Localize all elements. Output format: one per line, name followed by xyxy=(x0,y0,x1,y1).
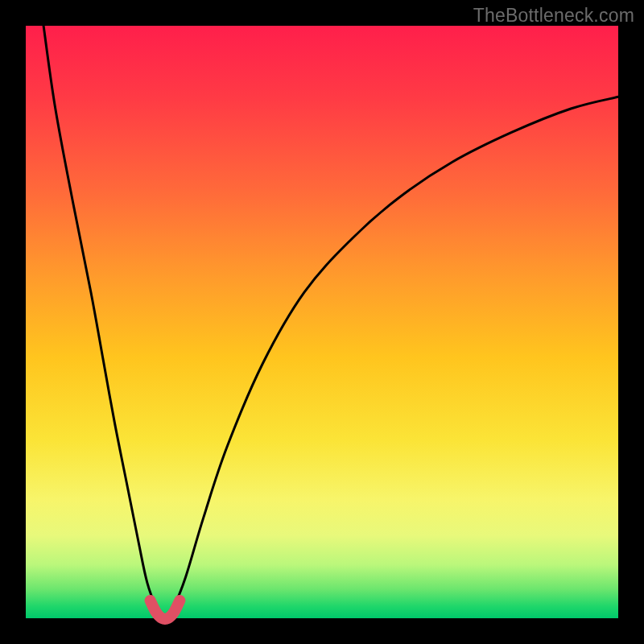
chart-frame: TheBottleneck.com xyxy=(0,0,644,644)
curve-layer xyxy=(26,26,618,618)
plot-area xyxy=(26,26,618,618)
bottleneck-curve-path xyxy=(43,26,618,618)
bottleneck-highlight-path xyxy=(151,601,180,619)
watermark-text: TheBottleneck.com xyxy=(473,5,634,27)
